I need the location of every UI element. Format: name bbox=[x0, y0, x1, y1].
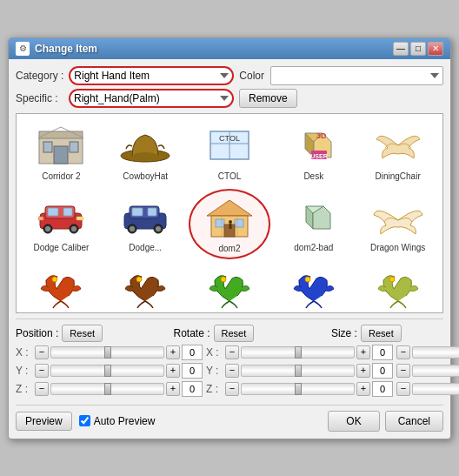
position-z-label: Z : bbox=[16, 383, 33, 395]
list-item[interactable]: CowboyHat bbox=[104, 117, 187, 187]
position-z-minus[interactable]: − bbox=[35, 382, 49, 396]
list-item[interactable]: Drilla_04 bbox=[272, 261, 355, 313]
position-x-minus[interactable]: − bbox=[35, 345, 49, 359]
category-select[interactable]: Right Hand Item bbox=[69, 66, 234, 85]
item-label: Corridor 2 bbox=[42, 171, 80, 182]
list-item[interactable]: Dragon Wings bbox=[356, 189, 439, 259]
rotate-x-plus[interactable]: + bbox=[356, 345, 370, 359]
svg-rect-1 bbox=[39, 131, 83, 138]
rotate-y-minus[interactable]: − bbox=[225, 364, 239, 378]
item-label: Dragon Wings bbox=[370, 243, 425, 253]
item-image bbox=[199, 265, 260, 313]
list-item[interactable]: 3D USER Desk bbox=[272, 117, 355, 187]
titlebar-buttons: — □ ✕ bbox=[393, 42, 443, 56]
size-y-group: − + 0 bbox=[396, 363, 459, 379]
position-z-value: 0 bbox=[182, 381, 203, 397]
category-label: Category : bbox=[16, 70, 63, 82]
item-label: Dodge Caliber bbox=[33, 243, 89, 253]
rotate-y-slider[interactable] bbox=[241, 365, 355, 377]
rotate-z-slider[interactable] bbox=[241, 383, 355, 395]
minimize-button[interactable]: — bbox=[393, 42, 409, 56]
svg-rect-28 bbox=[38, 217, 43, 220]
item-image bbox=[115, 265, 176, 313]
size-reset-button[interactable]: Reset bbox=[361, 325, 402, 342]
maximize-button[interactable]: □ bbox=[410, 42, 426, 56]
list-item[interactable]: Drilla_01 bbox=[20, 261, 103, 313]
bottom-left: Preview Auto Preview bbox=[16, 412, 155, 431]
rotate-z-minus[interactable]: − bbox=[225, 382, 239, 396]
position-z-plus[interactable]: + bbox=[166, 382, 180, 396]
list-item[interactable]: Drilla_02 bbox=[104, 261, 187, 313]
rotate-x-slider[interactable] bbox=[241, 346, 355, 359]
item-image bbox=[30, 193, 91, 241]
dialog-content: Category : Right Hand Item Color Specifi… bbox=[9, 59, 450, 439]
bottom-divider bbox=[16, 405, 443, 406]
divider bbox=[16, 318, 443, 319]
item-label: CTOL bbox=[218, 171, 242, 182]
size-x-slider[interactable] bbox=[412, 346, 459, 359]
svg-point-24 bbox=[45, 226, 50, 231]
svg-point-51 bbox=[221, 277, 226, 282]
list-item[interactable]: dom2 bbox=[189, 189, 271, 259]
rotate-x-minus[interactable]: − bbox=[225, 345, 239, 359]
position-y-minus[interactable]: − bbox=[35, 364, 49, 378]
position-reset-button[interactable]: Reset bbox=[62, 325, 103, 342]
rotate-y-plus[interactable]: + bbox=[356, 364, 370, 378]
rotate-z-plus[interactable]: + bbox=[356, 382, 370, 396]
specific-select[interactable]: Right_Hand(Palm) bbox=[69, 89, 234, 108]
ok-button[interactable]: OK bbox=[328, 411, 379, 432]
position-y-plus[interactable]: + bbox=[166, 364, 180, 378]
list-item[interactable]: CTOL CTOL bbox=[189, 117, 271, 187]
item-grid-container[interactable]: Corridor 2 CowboyHat bbox=[16, 113, 443, 313]
list-item[interactable]: Dodge Caliber bbox=[20, 189, 103, 259]
size-y-minus[interactable]: − bbox=[396, 364, 410, 378]
position-header: Position : Reset bbox=[16, 325, 170, 342]
diningchair-icon bbox=[372, 124, 424, 167]
size-label: Size : bbox=[331, 327, 357, 339]
position-x-slider[interactable] bbox=[50, 346, 164, 359]
list-item[interactable]: Drilla_03 bbox=[189, 261, 271, 313]
size-x-group: − + 0 bbox=[396, 345, 459, 360]
list-item[interactable]: Drilla_05 bbox=[356, 261, 439, 313]
position-y-slider[interactable] bbox=[50, 365, 164, 377]
desk-icon: 3D USER bbox=[288, 124, 340, 166]
drilla05-icon bbox=[373, 268, 423, 310]
item-label: Dodge... bbox=[129, 243, 162, 253]
rotate-z-label: Z : bbox=[206, 383, 223, 395]
dom2bad-icon bbox=[289, 196, 339, 238]
position-x-plus[interactable]: + bbox=[166, 345, 180, 359]
list-item[interactable]: dom2-bad bbox=[272, 189, 355, 259]
corridor-icon bbox=[35, 124, 87, 166]
close-button[interactable]: ✕ bbox=[428, 42, 443, 56]
list-item[interactable]: DiningChair bbox=[356, 117, 439, 187]
list-item[interactable]: Corridor 2 bbox=[20, 117, 103, 187]
size-y-slider[interactable] bbox=[412, 365, 459, 377]
svg-rect-4 bbox=[70, 142, 78, 152]
item-label: dom2-bad bbox=[294, 243, 333, 253]
position-x-group: X : − + 0 bbox=[16, 345, 203, 360]
color-select[interactable] bbox=[270, 66, 443, 85]
z-controls-row: Z : − + 0 Z : − + 0 − + 0 bbox=[16, 381, 443, 397]
item-image bbox=[199, 194, 260, 242]
item-image bbox=[283, 193, 344, 241]
rotate-y-label: Y : bbox=[206, 365, 223, 377]
remove-button[interactable]: Remove bbox=[239, 89, 297, 108]
svg-rect-21 bbox=[48, 208, 58, 216]
preview-button[interactable]: Preview bbox=[16, 412, 72, 431]
svg-rect-40 bbox=[235, 219, 243, 227]
size-z-slider[interactable] bbox=[412, 383, 459, 395]
drilla04-icon bbox=[289, 268, 339, 310]
auto-preview-checkbox[interactable] bbox=[79, 415, 90, 426]
size-x-minus[interactable]: − bbox=[396, 345, 410, 359]
auto-preview-wrap: Auto Preview bbox=[79, 415, 156, 427]
size-header: Size : Reset bbox=[331, 325, 443, 342]
bottom-bar: Preview Auto Preview OK Cancel bbox=[16, 411, 443, 432]
cancel-button[interactable]: Cancel bbox=[385, 411, 443, 432]
position-z-slider[interactable] bbox=[50, 383, 164, 395]
size-z-minus[interactable]: − bbox=[396, 382, 410, 396]
dodge-blue-icon bbox=[119, 196, 171, 238]
rotate-reset-button[interactable]: Reset bbox=[214, 325, 255, 342]
position-y-group: Y : − + 0 bbox=[16, 363, 203, 379]
position-x-label: X : bbox=[16, 346, 33, 359]
list-item[interactable]: Dodge... bbox=[104, 189, 187, 259]
